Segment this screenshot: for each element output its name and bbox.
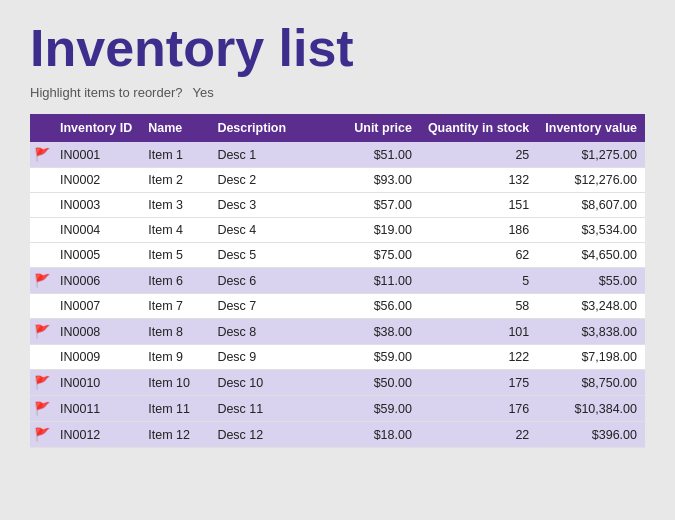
col-header-qty: Quantity in stock: [420, 114, 537, 142]
item-description: Desc 2: [209, 168, 343, 193]
flag-icon: 🚩: [34, 427, 50, 442]
table-row: IN0004Item 4Desc 4$19.00186$3,534.00: [30, 218, 645, 243]
quantity-in-stock: 186: [420, 218, 537, 243]
item-description: Desc 8: [209, 319, 343, 345]
unit-price: $11.00: [343, 268, 420, 294]
quantity-in-stock: 58: [420, 294, 537, 319]
quantity-in-stock: 62: [420, 243, 537, 268]
item-description: Desc 1: [209, 142, 343, 168]
table-row: 🚩IN0012Item 12Desc 12$18.0022$396.00: [30, 422, 645, 448]
item-description: Desc 3: [209, 193, 343, 218]
table-row: IN0002Item 2Desc 2$93.00132$12,276.00: [30, 168, 645, 193]
flag-cell: 🚩: [30, 319, 52, 345]
unit-price: $18.00: [343, 422, 420, 448]
item-name: Item 3: [140, 193, 209, 218]
col-header-price: Unit price: [343, 114, 420, 142]
inventory-id: IN0009: [52, 345, 140, 370]
item-description: Desc 7: [209, 294, 343, 319]
table-row: 🚩IN0006Item 6Desc 6$11.005$55.00: [30, 268, 645, 294]
col-header-flag: [30, 114, 52, 142]
table-row: IN0007Item 7Desc 7$56.0058$3,248.00: [30, 294, 645, 319]
inventory-value: $10,384.00: [537, 396, 645, 422]
item-name: Item 8: [140, 319, 209, 345]
flag-icon: 🚩: [34, 147, 50, 162]
table-row: IN0005Item 5Desc 5$75.0062$4,650.00: [30, 243, 645, 268]
unit-price: $93.00: [343, 168, 420, 193]
inventory-id: IN0007: [52, 294, 140, 319]
inventory-id: IN0010: [52, 370, 140, 396]
inventory-value: $3,534.00: [537, 218, 645, 243]
inventory-table: Inventory ID Name Description Unit price…: [30, 114, 645, 448]
item-description: Desc 10: [209, 370, 343, 396]
flag-icon: 🚩: [34, 401, 50, 416]
table-row: IN0003Item 3Desc 3$57.00151$8,607.00: [30, 193, 645, 218]
quantity-in-stock: 122: [420, 345, 537, 370]
inventory-id: IN0002: [52, 168, 140, 193]
quantity-in-stock: 25: [420, 142, 537, 168]
item-name: Item 5: [140, 243, 209, 268]
unit-price: $59.00: [343, 396, 420, 422]
flag-cell: [30, 294, 52, 319]
page: Inventory list Highlight items to reorde…: [0, 0, 675, 520]
item-name: Item 9: [140, 345, 209, 370]
table-row: 🚩IN0011Item 11Desc 11$59.00176$10,384.00: [30, 396, 645, 422]
inventory-value: $1,275.00: [537, 142, 645, 168]
inventory-value: $3,248.00: [537, 294, 645, 319]
flag-cell: 🚩: [30, 370, 52, 396]
subtitle-value: Yes: [192, 85, 213, 100]
item-name: Item 11: [140, 396, 209, 422]
flag-cell: 🚩: [30, 422, 52, 448]
inventory-value: $7,198.00: [537, 345, 645, 370]
quantity-in-stock: 22: [420, 422, 537, 448]
unit-price: $38.00: [343, 319, 420, 345]
inventory-id: IN0011: [52, 396, 140, 422]
inventory-value: $4,650.00: [537, 243, 645, 268]
inventory-value: $12,276.00: [537, 168, 645, 193]
flag-icon: 🚩: [34, 375, 50, 390]
item-description: Desc 12: [209, 422, 343, 448]
item-description: Desc 4: [209, 218, 343, 243]
flag-cell: 🚩: [30, 268, 52, 294]
flag-icon: 🚩: [34, 324, 50, 339]
inventory-id: IN0004: [52, 218, 140, 243]
table-row: 🚩IN0010Item 10Desc 10$50.00175$8,750.00: [30, 370, 645, 396]
unit-price: $19.00: [343, 218, 420, 243]
item-name: Item 1: [140, 142, 209, 168]
unit-price: $50.00: [343, 370, 420, 396]
inventory-value: $8,607.00: [537, 193, 645, 218]
item-description: Desc 11: [209, 396, 343, 422]
item-name: Item 12: [140, 422, 209, 448]
unit-price: $59.00: [343, 345, 420, 370]
table-row: 🚩IN0001Item 1Desc 1$51.0025$1,275.00: [30, 142, 645, 168]
col-header-desc: Description: [209, 114, 343, 142]
col-header-value: Inventory value: [537, 114, 645, 142]
flag-cell: 🚩: [30, 396, 52, 422]
table-header: Inventory ID Name Description Unit price…: [30, 114, 645, 142]
inventory-id: IN0005: [52, 243, 140, 268]
subtitle-row: Highlight items to reorder? Yes: [30, 85, 645, 100]
flag-cell: [30, 345, 52, 370]
table-row: IN0009Item 9Desc 9$59.00122$7,198.00: [30, 345, 645, 370]
quantity-in-stock: 132: [420, 168, 537, 193]
item-description: Desc 5: [209, 243, 343, 268]
unit-price: $57.00: [343, 193, 420, 218]
inventory-value: $55.00: [537, 268, 645, 294]
flag-cell: [30, 193, 52, 218]
item-description: Desc 9: [209, 345, 343, 370]
inventory-id: IN0012: [52, 422, 140, 448]
inventory-value: $8,750.00: [537, 370, 645, 396]
page-title: Inventory list: [30, 20, 645, 77]
inventory-value: $396.00: [537, 422, 645, 448]
item-name: Item 7: [140, 294, 209, 319]
unit-price: $56.00: [343, 294, 420, 319]
table-body: 🚩IN0001Item 1Desc 1$51.0025$1,275.00IN00…: [30, 142, 645, 448]
subtitle-label: Highlight items to reorder?: [30, 85, 182, 100]
inventory-id: IN0008: [52, 319, 140, 345]
inventory-id: IN0001: [52, 142, 140, 168]
item-name: Item 10: [140, 370, 209, 396]
col-header-id: Inventory ID: [52, 114, 140, 142]
flag-cell: [30, 218, 52, 243]
item-name: Item 6: [140, 268, 209, 294]
item-name: Item 2: [140, 168, 209, 193]
unit-price: $75.00: [343, 243, 420, 268]
